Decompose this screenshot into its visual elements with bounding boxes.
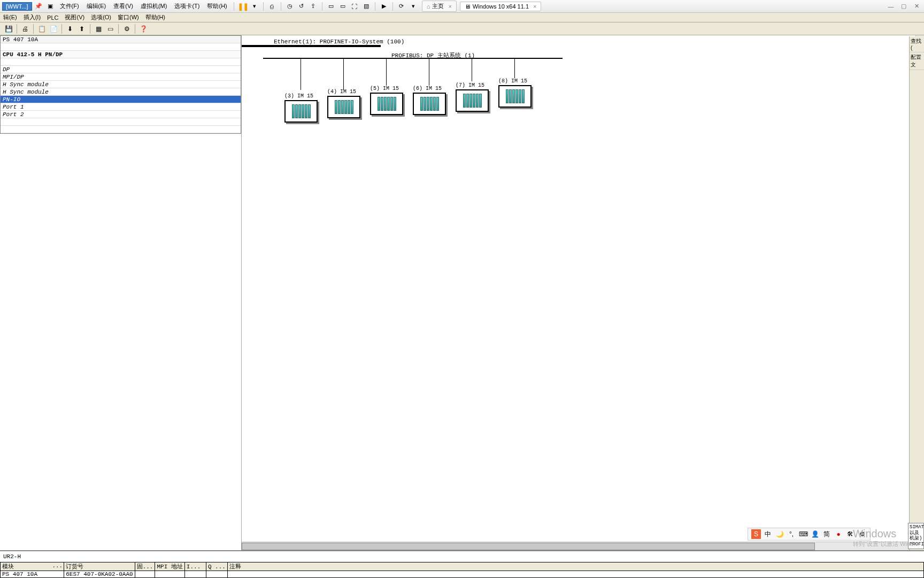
rack-ps[interactable]: PS 407 10A	[1, 36, 241, 43]
ime-logo-icon[interactable]: S	[751, 529, 761, 539]
stretch-icon[interactable]: ▧	[361, 1, 372, 12]
ime-rec-icon[interactable]: ●	[834, 529, 843, 539]
ime-person-icon[interactable]: 👤	[810, 529, 820, 539]
vmware-menubar: [WWT...] 📌 ▣ 文件(F) 编辑(E) 查看(V) 虚拟机(M) 选项…	[0, 0, 924, 13]
network-icon[interactable]: ⚙	[121, 24, 132, 34]
tabs-icon[interactable]: ▣	[45, 1, 56, 12]
th-q[interactable]: Q ...	[206, 562, 227, 571]
rack-pnio[interactable]: PN-IO	[1, 96, 241, 103]
rack-hsync1[interactable]: H Sync module	[1, 81, 241, 88]
menu-view[interactable]: 查看(V)	[110, 1, 136, 11]
submenu-view[interactable]: 视图(V)	[61, 13, 88, 21]
rack-empty[interactable]	[1, 58, 241, 66]
node-im15-4[interactable]: (4) IM 15	[327, 89, 365, 118]
home-icon: ⌂	[427, 3, 430, 10]
rack-port1[interactable]: Port 1	[1, 103, 241, 111]
close-icon[interactable]: ×	[533, 3, 536, 10]
menu-vm[interactable]: 虚拟机(M)	[137, 1, 171, 11]
node-im15-3[interactable]: (3) IM 15	[284, 93, 322, 123]
ime-keyboard-icon[interactable]: ⌨	[798, 529, 808, 539]
cycle-icon[interactable]: ⟳	[396, 1, 407, 12]
pin-icon[interactable]: 📌	[33, 1, 44, 12]
submenu-window[interactable]: 窗口(W)	[114, 13, 142, 21]
rack-port2[interactable]: Port 2	[1, 111, 241, 118]
upload-icon[interactable]: ⬆	[76, 24, 87, 34]
find-label: 查找(	[910, 36, 924, 52]
windows-watermark: Windows 转到"设置"以激活 Wind	[853, 528, 913, 548]
rack-empty[interactable]	[1, 118, 241, 126]
unity-icon[interactable]: ▭	[326, 1, 336, 12]
menu-help[interactable]: 帮助(H)	[204, 1, 230, 11]
dropdown-icon[interactable]: ▾	[249, 1, 260, 12]
copy-icon[interactable]: 📋	[36, 24, 47, 34]
ime-lang[interactable]: 中	[763, 529, 773, 539]
vmware-title: [WWT...]	[2, 2, 32, 11]
module-table-panel: UR2-H 模块 ... 订货号 固... MPI 地址 I... Q ... …	[0, 550, 924, 578]
node-im15-5[interactable]: (5) IM 15	[370, 86, 407, 115]
ethernet-label: Ethernet(1): PROFINET-IO-System (100)	[274, 39, 404, 45]
rack-hsync2[interactable]: H Sync module	[1, 88, 241, 96]
snapshot-icon[interactable]: ⎙	[267, 1, 278, 12]
network-diagram[interactable]: Ethernet(1): PROFINET-IO-System (100) PR…	[242, 35, 924, 550]
fullscreen-icon[interactable]: ⛶	[349, 1, 360, 12]
rack-empty[interactable]	[1, 126, 241, 133]
rack-panel: PS 407 10A CPU 412-5 H PN/DP DP MPI/DP H…	[0, 35, 242, 550]
tab-vm-label: Windows 10 x64 11.1	[473, 3, 529, 10]
submenu-options[interactable]: 选项(O)	[88, 13, 114, 21]
submenu-help[interactable]: 帮助(H)	[142, 13, 168, 21]
fit-icon[interactable]: ▭	[337, 1, 348, 12]
th-order[interactable]: 订货号	[64, 562, 135, 571]
paste-icon[interactable]: 📄	[48, 24, 59, 34]
save-icon[interactable]: 💾	[3, 24, 14, 34]
clock-icon[interactable]: ◷	[284, 1, 295, 12]
tab-home[interactable]: ⌂主页×	[422, 1, 457, 12]
app-toolbar: 💾 🖨 📋 📄 ⬇ ⬆ ▦ ▭ ⚙ ❓	[0, 22, 924, 35]
minimize-icon[interactable]: —	[886, 2, 896, 11]
table-title: UR2-H	[0, 551, 924, 562]
menu-edit[interactable]: 编辑(E)	[83, 1, 110, 11]
close-window-icon[interactable]: ✕	[911, 2, 922, 11]
ime-moon-icon[interactable]: 🌙	[775, 529, 784, 539]
app-submenu: 辑(E) 插入(I) PLC 视图(V) 选项(O) 窗口(W) 帮助(H)	[0, 13, 924, 22]
th-module[interactable]: 模块 ...	[1, 562, 64, 571]
module-icon[interactable]: ▦	[93, 24, 104, 34]
close-icon[interactable]: ×	[448, 3, 451, 10]
submenu-insert[interactable]: 插入(I)	[20, 13, 44, 21]
node-im15-6[interactable]: (6) IM 15	[413, 86, 450, 115]
print-icon[interactable]: 🖨	[20, 24, 30, 34]
ime-simp[interactable]: 简	[822, 529, 831, 539]
submenu-edit[interactable]: 辑(E)	[0, 13, 20, 21]
node-im15-7[interactable]: (7) IM 15	[456, 82, 493, 112]
module-table[interactable]: 模块 ... 订货号 固... MPI 地址 I... Q ... 注释 PS …	[0, 562, 924, 578]
th-comment[interactable]: 注释	[227, 562, 923, 571]
node-im15-8[interactable]: (8) IM 15	[498, 78, 536, 108]
help-icon[interactable]: ❓	[138, 24, 149, 34]
window-icon[interactable]: ▭	[105, 24, 116, 34]
submenu-plc[interactable]: PLC	[44, 14, 61, 21]
manage-icon[interactable]: ⇪	[308, 1, 319, 12]
right-panel[interactable]: 查找( 配置文	[909, 36, 924, 550]
menu-file[interactable]: 文件(F)	[57, 1, 82, 11]
table-row[interactable]: PS 407 10A6ES7 407-0KA02-0AA0	[1, 571, 924, 578]
ime-comma-icon[interactable]: °,	[787, 529, 796, 539]
download-icon[interactable]: ⬇	[65, 24, 75, 34]
th-i[interactable]: I...	[184, 562, 206, 571]
menu-tabs[interactable]: 选项卡(T)	[171, 1, 203, 11]
tab-vm[interactable]: 🖥Windows 10 x64 11.1×	[460, 2, 542, 11]
vm-icon: 🖥	[465, 3, 471, 10]
pause-icon[interactable]: ❚❚	[237, 1, 248, 12]
maximize-icon[interactable]: ▢	[898, 2, 909, 11]
tab-home-label: 主页	[432, 2, 444, 10]
dropdown2-icon[interactable]: ▾	[408, 1, 419, 12]
console-icon[interactable]: ▶	[379, 1, 389, 12]
rack-cpu[interactable]: CPU 412-5 H PN/DP	[1, 51, 241, 58]
revert-icon[interactable]: ↺	[296, 1, 307, 12]
th-mpi[interactable]: MPI 地址	[155, 562, 184, 571]
rack-dp[interactable]: DP	[1, 66, 241, 73]
config-label: 配置文	[910, 52, 924, 70]
th-fw[interactable]: 固...	[135, 562, 155, 571]
horizontal-scrollbar[interactable]	[242, 542, 924, 550]
rack-empty[interactable]	[1, 43, 241, 51]
ime-toolbar[interactable]: S 中 🌙 °, ⌨ 👤 简 ● 🛠 ⚙	[748, 528, 871, 541]
rack-mpidp[interactable]: MPI/DP	[1, 73, 241, 81]
